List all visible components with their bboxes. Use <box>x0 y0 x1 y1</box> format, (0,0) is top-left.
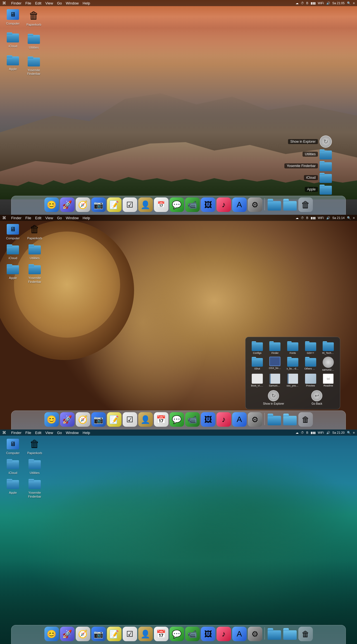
go-back-btn[interactable]: ↩ Go Back <box>311 390 322 405</box>
desktop-icon-yosemite[interactable]: Yosemite Finderbar <box>24 54 44 76</box>
dock-folder1[interactable] <box>267 197 282 212</box>
desktop-icon-icloud[interactable]: iCloud <box>3 30 23 48</box>
dock-finder[interactable]: 😊 <box>44 197 59 212</box>
dock-reminders-s3[interactable]: ☑ <box>123 627 137 641</box>
desktop-icon-utilities-s2[interactable]: Utilities <box>25 242 45 260</box>
menu-finder-s2[interactable]: Finder <box>11 216 22 220</box>
dock-notes-s2[interactable]: 📝 <box>107 412 122 427</box>
grid-item-gdipp[interactable]: GDI++ <box>303 341 318 355</box>
dock-iphoto-s2[interactable]: 📷 <box>91 412 106 427</box>
dock-folder2[interactable] <box>283 197 297 212</box>
desktop-icon-icloud-s3[interactable]: iCloud <box>3 457 23 475</box>
apple-menu-s2[interactable]: ⌘ <box>2 216 6 220</box>
dock-itunes-s2[interactable]: ♪ <box>216 412 231 427</box>
dock-notes[interactable]: 📝 <box>107 197 122 212</box>
dock-facetime-s2[interactable]: 📹 <box>185 412 200 427</box>
dock-messages[interactable]: 💬 <box>170 197 184 212</box>
extras-s2[interactable]: ≡ <box>353 216 355 220</box>
dock-finder-s2[interactable]: 😊 <box>44 412 59 427</box>
menu-help-s2[interactable]: Help <box>83 216 90 220</box>
search-s3[interactable]: 🔍 <box>347 431 351 435</box>
dock-folder1-s2[interactable] <box>267 412 282 427</box>
menu-file-s2[interactable]: File <box>25 216 31 220</box>
dock-appstore-s3[interactable]: A <box>232 627 247 641</box>
desktop-icon-icloud-s2[interactable]: iCloud <box>3 242 23 260</box>
desktop-icon-apple[interactable]: Apple <box>3 53 23 71</box>
dock-iphoto2[interactable]: 🖼 <box>201 197 215 212</box>
dock-iphoto-s3[interactable]: 📷 <box>91 627 106 641</box>
menu-help-s3[interactable]: Help <box>83 431 90 435</box>
menu-view-s2[interactable]: View <box>45 216 53 220</box>
dock-contacts-s3[interactable]: 👤 <box>138 627 153 641</box>
dock-itunes-s3[interactable]: ♪ <box>216 627 231 641</box>
dock-appstore-s2[interactable]: A <box>232 412 247 427</box>
grid-item-fonts[interactable]: Fonts <box>285 341 301 355</box>
apple-menu[interactable]: ⌘ <box>2 1 6 5</box>
dock-facetime-s3[interactable]: 📹 <box>185 627 200 641</box>
dock-itunes[interactable]: ♪ <box>216 197 231 212</box>
dock-safari-s3[interactable]: 🧭 <box>76 627 90 641</box>
dock-launchpad[interactable]: 🚀 <box>60 197 75 212</box>
menu-window-s2[interactable]: Window <box>66 216 79 220</box>
stack-item-refresh[interactable]: Show in Explorer ↻ <box>288 135 332 148</box>
dock-folder2-s3[interactable] <box>283 627 297 641</box>
grid-item-boot-vi[interactable]: Boot_Vi...-papollo <box>249 374 265 387</box>
desktop-icon-computer-s3[interactable]: 🖥 Computer <box>3 437 23 455</box>
grid-item-samuniz[interactable]: samuniz...64.3_2 <box>320 357 336 371</box>
dock-facetime[interactable]: 📹 <box>185 197 200 212</box>
dock-messages-s2[interactable]: 💬 <box>170 412 184 427</box>
grid-item-readme[interactable]: txt Readme <box>320 374 336 387</box>
search-s2[interactable]: 🔍 <box>347 216 351 220</box>
dock-syspref-s2[interactable]: ⚙ <box>248 412 262 427</box>
grid-item-ishut[interactable]: iShut <box>249 357 265 371</box>
stack-item-utilities[interactable]: Utilities <box>303 149 332 159</box>
dock-messages-s3[interactable]: 💬 <box>170 627 184 641</box>
menu-help[interactable]: Help <box>83 1 90 5</box>
desktop-icon-trash-s3[interactable]: 🗑 Papierkorb <box>25 437 45 455</box>
menu-go-s3[interactable]: Go <box>57 431 62 435</box>
dock-safari[interactable]: 🧭 <box>76 197 90 212</box>
dock-iphoto[interactable]: 📷 <box>91 197 106 212</box>
dock-finder-s3[interactable]: 😊 <box>44 627 59 641</box>
dock-calendar-s2[interactable]: 📅 <box>154 412 168 427</box>
menu-finder-s3[interactable]: Finder <box>11 431 22 435</box>
stack-item-yosemite[interactable]: Yosemite Finderbar <box>284 161 332 171</box>
dock-launchpad-s2[interactable]: 🚀 <box>60 412 75 427</box>
extras-s3[interactable]: ≡ <box>353 431 355 434</box>
grid-item-others[interactable]: Others DP Res <box>303 357 318 371</box>
dock-calendar-s3[interactable]: 📅 <box>154 627 168 641</box>
dock-launchpad-s3[interactable]: 🚀 <box>60 627 75 641</box>
grid-item-osx-boot[interactable]: OSX_boot_by_u_foka <box>267 357 283 371</box>
desktop-icon-apple-s3[interactable]: Apple <box>3 477 23 498</box>
dock-folder2-s2[interactable] <box>283 412 297 427</box>
search-icon[interactable]: 🔍 <box>347 1 351 5</box>
menu-file[interactable]: File <box>25 1 31 5</box>
menu-window-s3[interactable]: Window <box>66 431 79 435</box>
dock-trash[interactable]: 🗑 <box>298 197 313 212</box>
dock-iphoto2-s2[interactable]: 🖼 <box>201 412 215 427</box>
dock-reminders-s2[interactable]: ☑ <box>123 412 137 427</box>
menu-view-s3[interactable]: View <box>45 431 53 435</box>
grid-item-finder[interactable]: Finder <box>267 341 283 355</box>
dock-syspref[interactable]: ⚙ <box>248 197 262 212</box>
grid-item-hitech[interactable]: Hi_Tech...nluca75 <box>320 341 336 355</box>
grid-item-preview[interactable]: Preview <box>303 374 318 387</box>
dock-calendar[interactable]: 📅 <box>154 197 168 212</box>
dock-contacts[interactable]: 👤 <box>138 197 153 212</box>
grid-item-xlio[interactable]: x_lio...-d3gmrr <box>285 357 301 371</box>
desktop-icon-yosemite-s2[interactable]: Yosemite Finderbar <box>25 262 45 283</box>
desktop-icon-utilities-s3[interactable]: Utilities <box>25 457 45 475</box>
grid-item-samuniz-style[interactable]: Samuniz...e_Style <box>267 374 283 387</box>
menu-file-s3[interactable]: File <box>25 431 31 435</box>
dock-appstore[interactable]: A <box>232 197 247 212</box>
menu-finder[interactable]: Finder <box>11 1 22 5</box>
dock-reminders[interactable]: ☑ <box>123 197 137 212</box>
menu-window[interactable]: Window <box>66 1 79 5</box>
menu-extras[interactable]: ≡ <box>353 1 355 5</box>
dock-trash-s2[interactable]: 🗑 <box>298 412 313 427</box>
menu-edit-s3[interactable]: Edit <box>35 431 41 435</box>
menu-go-s2[interactable]: Go <box>57 216 62 220</box>
dock-syspref-s3[interactable]: ⚙ <box>248 627 262 641</box>
menu-edit[interactable]: Edit <box>35 1 41 5</box>
dock-folder1-s3[interactable] <box>267 627 282 641</box>
